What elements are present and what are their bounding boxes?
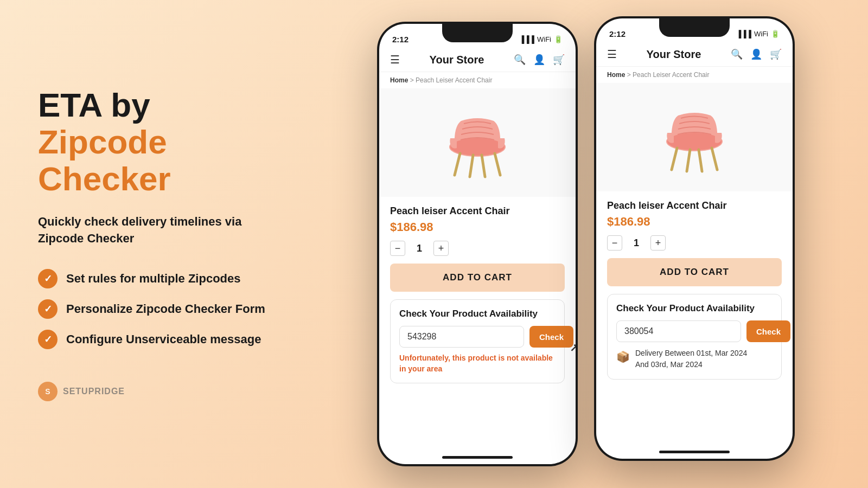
status-time-1: 2:12 [392, 35, 409, 44]
delivery-icon: 📦 [616, 349, 630, 365]
phone-1-notch [442, 24, 513, 42]
svg-point-7 [667, 133, 722, 150]
check-btn-1[interactable]: Check [529, 326, 573, 348]
signal-icon: ▐▐▐ [519, 35, 534, 43]
user-icon-1[interactable]: 👤 [533, 54, 545, 66]
feature-item-2: Personalize Zipcode Checker Form [38, 299, 271, 319]
phone-2-screen: 2:12 ▐▐▐ WiFi 🔋 ☰ Your Store 🔍 👤 🛒 [596, 18, 793, 459]
zipcode-title-1: Check Your Product Availability [399, 309, 556, 319]
features-list: Set rules for multiple Zipcodes Personal… [38, 269, 271, 349]
wifi-icon-2: WiFi [754, 30, 768, 38]
delivery-text-1: Delivery Between [635, 349, 697, 357]
user-icon-2[interactable]: 👤 [750, 48, 762, 60]
svg-line-11 [712, 148, 717, 170]
product-info-1: Peach leiser Accent Chair $186.98 − 1 + … [379, 197, 576, 299]
svg-line-5 [495, 153, 500, 175]
store-title-1: Your Store [430, 54, 484, 66]
check-icon-3 [38, 330, 58, 349]
product-price-2: $186.98 [607, 215, 782, 229]
nav-bar-1: ☰ Your Store 🔍 👤 🛒 [379, 48, 576, 72]
zipcode-input-row-2: Check [616, 320, 773, 342]
wifi-icon: WiFi [537, 35, 551, 43]
brand-icon: S [38, 382, 58, 401]
quantity-row-1: − 1 + [390, 241, 565, 256]
brand-name: SETUPRIDGE [63, 387, 125, 396]
main-headline: ETA by Zipcode Checker [38, 87, 271, 198]
phone-2-notch [659, 18, 730, 37]
menu-icon-2[interactable]: ☰ [607, 48, 617, 61]
status-icons-2: ▐▐▐ WiFi 🔋 [736, 30, 780, 38]
qty-increase-1[interactable]: + [433, 241, 449, 256]
feature-item-3: Configure Unserviceable message [38, 330, 271, 349]
nav-bar-2: ☰ Your Store 🔍 👤 🛒 [596, 42, 793, 67]
svg-line-3 [470, 155, 473, 177]
delivery-text-2: And [635, 360, 651, 369]
check-icon-1 [38, 269, 58, 288]
svg-line-10 [699, 150, 702, 171]
search-icon-1[interactable]: 🔍 [514, 54, 526, 66]
chair-svg-1 [434, 99, 521, 186]
product-price-1: $186.98 [390, 220, 565, 234]
product-name-1: Peach leiser Accent Chair [390, 206, 565, 217]
zipcode-checker-2: Check Your Product Availability Check 📦 … [607, 294, 782, 380]
menu-icon-1[interactable]: ☰ [390, 53, 400, 66]
svg-point-1 [450, 138, 505, 156]
subtitle-text: Quickly check delivery timelines via Zip… [38, 214, 271, 247]
battery-icon: 🔋 [554, 35, 563, 43]
headline-black: ETA by [38, 86, 150, 124]
zipcode-input-2[interactable] [616, 320, 741, 342]
svg-line-2 [455, 153, 460, 175]
qty-value-2: 1 [631, 237, 642, 249]
breadcrumb-home-1[interactable]: Home [390, 76, 408, 84]
home-indicator-1 [442, 456, 513, 459]
nav-icons-1: 🔍 👤 🛒 [514, 54, 565, 66]
delivery-details: Delivery Between 01st, Mar 2024 And 03rd… [635, 348, 747, 370]
headline-orange: Zipcode Checker [38, 123, 171, 197]
quantity-row-2: − 1 + [607, 235, 782, 251]
qty-decrease-1[interactable]: − [390, 241, 405, 256]
zipcode-input-row-1: Check [399, 326, 556, 348]
svg-line-8 [672, 148, 677, 170]
product-info-2: Peach leiser Accent Chair $186.98 − 1 + … [596, 191, 793, 294]
add-to-cart-btn-1[interactable]: ADD TO CART [390, 264, 565, 292]
search-icon-2[interactable]: 🔍 [731, 48, 743, 60]
left-panel: ETA by Zipcode Checker Quickly check del… [0, 54, 304, 434]
battery-icon-2: 🔋 [771, 30, 780, 38]
signal-icon-2: ▐▐▐ [736, 30, 751, 38]
check-icon-2 [38, 299, 58, 319]
delivery-date-2: 03rd, Mar 2024 [651, 360, 703, 369]
store-title-2: Your Store [647, 48, 701, 61]
phones-section: 2:12 ▐▐▐ WiFi 🔋 ☰ Your Store 🔍 👤 🛒 [304, 11, 868, 477]
product-name-2: Peach leiser Accent Chair [607, 200, 782, 211]
svg-line-4 [482, 155, 485, 177]
qty-value-1: 1 [414, 243, 425, 254]
brand-logo: S SETUPRIDGE [38, 382, 271, 401]
success-message-2: 📦 Delivery Between 01st, Mar 2024 And 03… [616, 348, 773, 370]
feature-text-2: Personalize Zipcode Checker Form [66, 302, 265, 316]
error-message-1: Unfortunately, this product is not avail… [399, 353, 556, 374]
add-to-cart-btn-2[interactable]: ADD TO CART [607, 258, 782, 286]
check-btn-2[interactable]: Check [746, 320, 790, 342]
product-image-1 [379, 88, 576, 197]
breadcrumb-separator-2: > [627, 71, 633, 79]
zipcode-input-1[interactable] [399, 326, 524, 348]
qty-increase-2[interactable]: + [650, 235, 666, 251]
feature-text-1: Set rules for multiple Zipcodes [66, 272, 241, 286]
home-indicator-2 [659, 451, 730, 453]
qty-decrease-2[interactable]: − [607, 235, 622, 251]
breadcrumb-product-2: Peach Leiser Accent Chair [633, 71, 709, 79]
status-icons-1: ▐▐▐ WiFi 🔋 [519, 35, 563, 43]
breadcrumb-separator-1: > [410, 76, 416, 84]
product-image-2 [596, 83, 793, 191]
cart-icon-1[interactable]: 🛒 [553, 54, 565, 66]
breadcrumb-home-2[interactable]: Home [607, 71, 625, 79]
feature-item-1: Set rules for multiple Zipcodes [38, 269, 271, 288]
breadcrumb-2: Home > Peach Leiser Accent Chair [596, 67, 793, 83]
breadcrumb-1: Home > Peach Leiser Accent Chair [379, 72, 576, 88]
phone-2: 2:12 ▐▐▐ WiFi 🔋 ☰ Your Store 🔍 👤 🛒 [594, 16, 795, 461]
delivery-date-1: 01st, Mar 2024 [697, 349, 747, 357]
svg-line-9 [687, 150, 690, 171]
phone-1: 2:12 ▐▐▐ WiFi 🔋 ☰ Your Store 🔍 👤 🛒 [377, 22, 578, 466]
chair-svg-2 [651, 94, 738, 181]
cart-icon-2[interactable]: 🛒 [770, 48, 782, 60]
